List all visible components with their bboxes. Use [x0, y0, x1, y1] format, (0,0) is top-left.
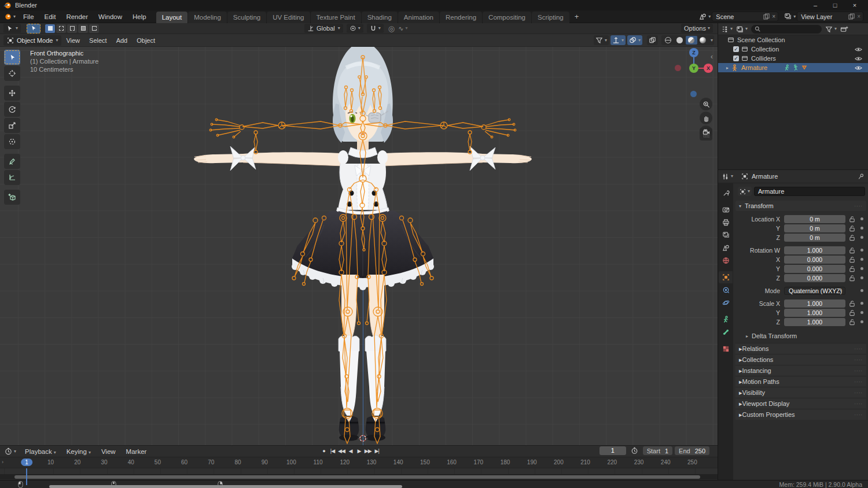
blender-menu-button[interactable]: ▾: [0, 13, 18, 20]
outliner-row-scene-collection[interactable]: Scene Collection: [718, 35, 868, 45]
select-mode-extend-button[interactable]: [56, 24, 66, 33]
tab-object-data[interactable]: [719, 313, 733, 326]
panel-header[interactable]: ▸ Custom Properties ····: [735, 409, 866, 420]
select-mode-new-button[interactable]: [45, 24, 55, 33]
outliner-row-collection[interactable]: ✓ Collection: [718, 45, 868, 54]
options-dropdown[interactable]: Options ▾: [681, 24, 713, 33]
tab-world[interactable]: [719, 254, 733, 267]
scene-name-field[interactable]: Scene ×: [712, 12, 778, 21]
workspace-tab[interactable]: UV Editing: [267, 12, 310, 23]
viewport-3d[interactable]: Object Mode ▾ ViewSelectAddObject ▾ ▾ ▾: [0, 34, 718, 445]
stopwatch-icon[interactable]: [631, 447, 638, 454]
select-mode-invert-button[interactable]: [78, 24, 88, 33]
chevron-down-icon[interactable]: ▾: [731, 174, 733, 179]
transform-tool[interactable]: [4, 134, 20, 149]
animate-dot[interactable]: [860, 217, 863, 220]
animate-dot[interactable]: [860, 289, 863, 292]
lock-open-icon[interactable]: [849, 265, 855, 272]
select-box-tool[interactable]: [4, 50, 20, 65]
drag-handle[interactable]: ····: [854, 368, 863, 374]
add-cube-tool[interactable]: [4, 190, 20, 205]
maximize-button[interactable]: □: [825, 0, 845, 10]
animate-dot[interactable]: [860, 276, 863, 279]
modifier-triangle-icon[interactable]: [801, 64, 808, 71]
gizmos-toggle[interactable]: ▾: [610, 35, 626, 45]
value-field[interactable]: 0 m ▾: [784, 234, 845, 242]
value-field[interactable]: 1.000 ▾: [784, 318, 845, 326]
cursor-tool[interactable]: [4, 66, 20, 81]
drag-handle[interactable]: ····: [854, 204, 863, 209]
start-frame-field[interactable]: Start1: [643, 446, 672, 455]
tab-physics[interactable]: [719, 297, 733, 309]
drag-handle[interactable]: ····: [854, 401, 863, 406]
lock-open-icon[interactable]: [849, 234, 855, 241]
eye-icon[interactable]: [855, 47, 862, 52]
eye-icon[interactable]: [855, 56, 862, 61]
outliner-row-armature[interactable]: ▸ Armature: [718, 63, 868, 72]
workspace-tab[interactable]: Texture Paint: [311, 12, 361, 23]
value-field[interactable]: 0.000 ▾: [784, 256, 845, 264]
sidebar-toggle-icon[interactable]: ‹: [711, 53, 713, 61]
animate-dot[interactable]: [860, 249, 863, 252]
animate-dot[interactable]: [860, 320, 863, 323]
transport-button[interactable]: ◀◀: [337, 447, 346, 456]
pin-icon[interactable]: [858, 173, 865, 180]
select-mode-subtract-button[interactable]: [67, 24, 77, 33]
proportional-editing-toggle[interactable]: ◎: [388, 24, 395, 33]
annotate-tool[interactable]: [4, 154, 20, 169]
transport-button[interactable]: ▶|: [373, 447, 381, 456]
drag-handle[interactable]: ····: [854, 346, 863, 352]
object-type-dropdown[interactable]: ▾: [738, 187, 752, 196]
tab-render[interactable]: [719, 204, 733, 216]
animate-dot[interactable]: [860, 227, 863, 230]
editor-type-icon[interactable]: [721, 25, 729, 33]
snap-toggle-group[interactable]: ▾: [367, 24, 384, 33]
animate-dot[interactable]: [860, 267, 863, 270]
playhead-line[interactable]: [26, 468, 27, 485]
workspace-tab[interactable]: Scripting: [532, 12, 569, 23]
current-frame-field[interactable]: 1: [599, 446, 626, 455]
view-layer-name-field[interactable]: View Layer ×: [797, 12, 863, 21]
panel-header[interactable]: ▸ Instancing ····: [735, 365, 866, 376]
value-field[interactable]: Quaternion (WXYZ) ▾: [784, 287, 845, 295]
panel-header[interactable]: ▸ Motion Paths ····: [735, 376, 866, 387]
timeline-scrollbar[interactable]: [0, 474, 718, 479]
value-field[interactable]: 0.000 ▾: [784, 265, 845, 273]
channel-expand-icon[interactable]: ›: [2, 459, 3, 465]
select-box-tool-button[interactable]: [27, 24, 41, 34]
timeline-track[interactable]: [0, 468, 718, 474]
value-field[interactable]: 0 m ▾: [784, 224, 845, 232]
tab-texture[interactable]: [719, 343, 733, 355]
pivot-point-dropdown[interactable]: ▾: [347, 24, 363, 33]
panel-header[interactable]: ▸ Visibility ····: [735, 387, 866, 398]
chevron-down-icon[interactable]: ▾: [793, 14, 796, 19]
menu-playback[interactable]: Playback▾: [20, 445, 61, 458]
chevron-down-icon[interactable]: ▾: [730, 27, 733, 31]
menu-keying[interactable]: Keying▾: [61, 445, 96, 458]
unlink-scene-icon[interactable]: ×: [772, 13, 775, 20]
armature-data-icon[interactable]: [784, 64, 790, 71]
axis-negative-x-handle[interactable]: [675, 65, 681, 71]
animate-dot[interactable]: [860, 302, 863, 305]
outliner-search-input[interactable]: [751, 25, 822, 34]
value-field[interactable]: 1.000 ▾: [784, 246, 845, 254]
object-name-input[interactable]: Armature: [754, 187, 865, 196]
menu-item[interactable]: Add: [112, 34, 133, 47]
axis-negative-z-handle[interactable]: [690, 91, 697, 97]
move-tool[interactable]: [4, 86, 20, 101]
pan-button[interactable]: [700, 112, 712, 124]
transport-button[interactable]: ▶: [355, 447, 363, 456]
drag-handle[interactable]: ····: [854, 412, 863, 417]
transport-button[interactable]: ▶▶: [363, 447, 373, 456]
animate-dot[interactable]: [860, 311, 863, 314]
display-mode-icon[interactable]: [736, 25, 744, 33]
tool-settings-editor-button[interactable]: ▾: [3, 24, 21, 33]
lock-open-icon[interactable]: [849, 275, 855, 282]
chevron-down-icon[interactable]: ▾: [834, 27, 837, 31]
menu-item[interactable]: Help: [127, 10, 152, 23]
scale-tool[interactable]: [4, 118, 20, 133]
workspace-tab[interactable]: Shading: [362, 12, 398, 23]
tab-tool[interactable]: [719, 187, 733, 199]
menu-marker[interactable]: Marker: [121, 445, 152, 458]
drag-handle[interactable]: ····: [854, 379, 863, 385]
